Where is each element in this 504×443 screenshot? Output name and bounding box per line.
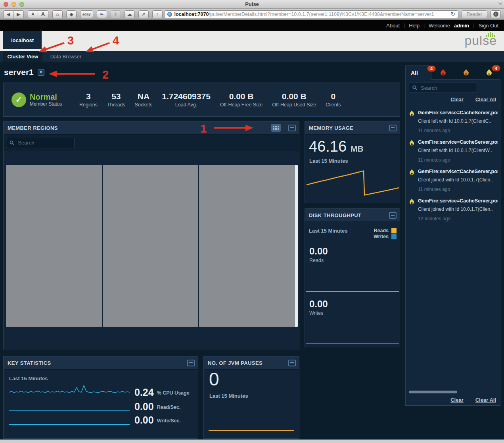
jvm-pauses-panel: NO. OF JVM PAUSES 0 Last 15 Minutes [203,356,299,439]
notification-time: 11 minutes ago [418,128,498,133]
evernote-button[interactable]: ❧ [97,10,107,18]
icloud-button[interactable]: ☁ [125,10,135,18]
stat-regions: 3Regions [75,92,102,108]
member-dropdown-button[interactable]: ▼ [38,69,44,76]
notification-item[interactable]: GemFire:service=CacheServer,port=404Clie… [406,137,500,166]
jvm-pauses-title: NO. OF JVM PAUSES [208,360,288,366]
member-status-block: ✓ Normal Member Status [4,92,72,107]
app-header: About | Help | Welcome admin | Sign Out [0,20,504,31]
bookmarks-button[interactable]: ◆ [66,10,77,18]
clear-all-link[interactable]: Clear All [475,96,496,102]
disk-throughput-subtitle: Last 15 Minutes [309,228,374,239]
disk-throughput-title: DISK THROUGHPUT [309,212,389,218]
new-tab-button[interactable]: + [152,10,163,18]
tab-warning-notifications[interactable]: 4 [477,65,500,80]
separator: | [404,23,405,28]
sign-out-link[interactable]: Sign Out [478,23,498,29]
disk-reads-chart-line [306,291,399,292]
member-details-page: server1 ▼ ✓ Normal Member Status 3Region… [0,62,504,439]
notification-message: Client left with Id 10.0.1.7(ClientW.. [418,148,498,153]
disk-writes-label: Writes [309,310,328,316]
warning-flame-icon [409,198,414,205]
notification-item[interactable]: GemFire:service=CacheServer,port=404Clie… [406,166,500,196]
notifications-scrollbar[interactable] [409,391,457,393]
writes-per-sec-label: Write/Sec. [157,418,181,424]
help-link[interactable]: Help [409,23,420,29]
host-tab-localhost[interactable]: localhost [3,31,42,49]
tab-data-browser[interactable]: Data Browser [42,51,89,62]
warning-flame-icon [409,110,414,117]
back-icon: ◀ [6,12,10,17]
new-tab-icon: + [156,12,159,17]
collapse-memory-usage-button[interactable] [389,125,397,131]
username-label: admin [454,23,469,29]
key-statistics-subtitle: Last 15 Minutes [9,376,48,381]
share-button[interactable]: ↗ [138,10,149,18]
member-regions-search[interactable] [6,138,75,148]
downloads-button[interactable]: ↓ [491,10,501,18]
all-tab-label: All [411,70,418,76]
collapse-disk-throughput-button[interactable] [389,212,397,219]
tab-cluster-view[interactable]: Cluster View [3,51,42,62]
clear-all-link-bottom[interactable]: Clear All [475,397,496,403]
back-button[interactable]: ◀ [3,10,13,18]
collapse-member-regions-button[interactable] [288,125,296,131]
icloud-icon: ☁ [127,12,132,17]
notification-title: GemFire:service=CacheServer,port=404 [418,139,498,145]
notification-item[interactable]: GemFire:service=CacheServer,port=404Clie… [406,108,500,137]
writes-per-sec-line [9,424,130,425]
grid-icon [273,126,279,130]
stat-threads: 53Threads [102,92,130,108]
legend-writes-label: Writes [374,234,389,239]
region-block[interactable] [103,165,199,327]
notification-time: 12 minutes ago [418,216,498,222]
disk-writes-block: 0.00 Writes [309,299,328,316]
stat-sockets: NASockets [130,92,157,108]
member-regions-search-input[interactable] [17,139,71,146]
grid-view-button[interactable] [271,124,281,132]
memory-usage-panel: MEMORY USAGE 46.16 MB Last 15 Minutes [305,121,400,203]
font-larger-button[interactable]: A [38,10,48,18]
logo-band: localhost pulse [0,31,504,51]
memory-usage-subtitle: Last 15 Minutes [309,158,348,164]
region-block[interactable] [199,165,295,327]
notifications-search[interactable] [409,83,477,93]
forward-button[interactable]: ▶ [13,10,24,18]
ebay-button[interactable]: ebay [80,10,93,18]
notification-title: GemFire:service=CacheServer,port=404 [418,110,498,116]
notifications-search-input[interactable] [420,85,473,91]
reader-button[interactable]: Reader [462,10,487,18]
snagit-button[interactable]: ✳ [111,10,121,18]
search-icon [10,140,14,146]
disk-writes-chart-line [306,343,399,344]
font-larger-icon: A [41,11,45,17]
memory-usage-unit: MB [351,144,364,154]
notification-time: 11 minutes ago [418,157,498,163]
warning-flame-icon [409,140,414,146]
writes-per-sec-value: 0.00 [134,415,154,425]
separator: | [473,23,474,28]
regions-treemap [6,165,295,327]
member-regions-panel: MEMBER REGIONS [3,121,299,350]
notification-item[interactable]: GemFire:service=CacheServer,port=404Clie… [406,196,500,225]
home-button[interactable]: ⌂ [52,10,63,18]
member-status-value: Normal [30,92,62,101]
region-block[interactable] [6,165,102,327]
tab-all-notifications[interactable]: All 4 [405,65,431,80]
clear-link-bottom[interactable]: Clear [450,397,464,403]
reload-icon[interactable]: ↻ [451,11,455,17]
url-host: localhost:7070 [174,12,209,17]
window-bottom-edge [0,439,504,443]
collapse-jvm-pauses-button[interactable] [288,360,296,366]
reads-legend-swatch [391,228,397,233]
key-statistics-panel: KEY STATISTICS Last 15 Minutes 0.24 % CP… [3,356,198,439]
tab-error-notifications[interactable] [454,65,477,80]
collapse-key-statistics-button[interactable] [187,360,195,366]
clear-link[interactable]: Clear [450,96,464,102]
url-field[interactable]: localhost:7070 /pulse/MemberDetails.html… [164,10,458,18]
disk-throughput-panel: DISK THROUGHPUT Last 15 Minutes Reads Wr… [305,208,400,347]
tab-severe-notifications[interactable] [431,65,454,80]
member-status-label: Member Status [30,101,62,107]
about-link[interactable]: About [386,23,400,29]
font-smaller-button[interactable]: A [28,10,38,18]
